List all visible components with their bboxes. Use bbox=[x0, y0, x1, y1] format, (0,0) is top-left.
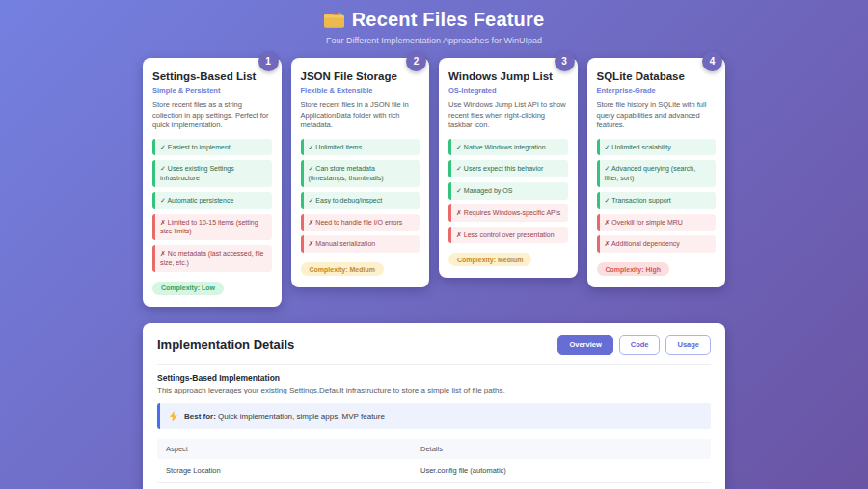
pro-item-label: Transaction support bbox=[611, 197, 671, 204]
con-item: ✗ Requires Windows-specific APIs bbox=[448, 204, 568, 222]
con-item-label: Requires Windows-specific APIs bbox=[464, 209, 560, 216]
card-number-badge: 4 bbox=[702, 51, 722, 71]
card-title: Settings-Based List bbox=[152, 70, 272, 82]
approach-cards-row: 1Settings-Based ListSimple & PersistentS… bbox=[143, 58, 725, 307]
con-item-label: Manual serialization bbox=[315, 240, 375, 247]
tab-overview[interactable]: Overview bbox=[557, 335, 612, 355]
tab-code[interactable]: Code bbox=[619, 335, 661, 355]
pro-item-label: Easy to debug/inspect bbox=[315, 197, 382, 204]
table-head: AspectDetails bbox=[157, 439, 711, 459]
pro-item: ✓ Automatic persistence bbox=[152, 192, 272, 209]
card-description: Store recent files as a string collectio… bbox=[152, 100, 272, 131]
page-subtitle: Four Different Implementation Approaches… bbox=[0, 36, 868, 45]
callout-label: Best for: bbox=[184, 412, 216, 421]
card-title: SQLite Database bbox=[597, 70, 717, 82]
pro-item-label: Can store metadata (timestamps, thumbnai… bbox=[309, 165, 384, 181]
pro-item-label: Uses existing Settings infrastructure bbox=[160, 165, 234, 181]
pro-item-label: Managed by OS bbox=[464, 187, 513, 194]
approach-card-settings-based-list: 1Settings-Based ListSimple & PersistentS… bbox=[143, 58, 282, 307]
lightning-icon bbox=[170, 411, 177, 421]
pro-item: ✓ Uses existing Settings infrastructure bbox=[152, 160, 272, 187]
complexity-badge: Complexity: Medium bbox=[448, 253, 531, 266]
best-for-callout: Best for: Quick implementation, simple a… bbox=[157, 403, 711, 429]
details-table: AspectDetails Storage LocationUser.confi… bbox=[157, 439, 711, 489]
tab-usage[interactable]: Usage bbox=[665, 335, 711, 355]
cross-icon: ✗ bbox=[160, 250, 166, 257]
tab-group: OverviewCodeUsage bbox=[557, 335, 711, 355]
check-icon: ✓ bbox=[160, 144, 166, 150]
pro-item: ✓ Easiest to implement bbox=[152, 139, 272, 156]
card-description: Store file history in SQLite with full q… bbox=[597, 100, 717, 131]
pro-item-label: Users expect this behavior bbox=[464, 165, 543, 172]
pro-item-label: Automatic persistence bbox=[167, 197, 233, 204]
pro-item: ✓ Users expect this behavior bbox=[448, 160, 568, 177]
table-row: Storage LocationUser.config file (automa… bbox=[157, 459, 711, 483]
app-canvas: Recent Files Feature Four Different Impl… bbox=[0, 0, 868, 489]
pro-item: ✓ Managed by OS bbox=[448, 182, 568, 200]
con-item: ✗ Overkill for simple MRU bbox=[597, 214, 717, 231]
con-item-label: Additional dependency bbox=[611, 240, 680, 247]
cross-icon: ✗ bbox=[160, 219, 166, 226]
con-item: ✗ Less control over presentation bbox=[448, 227, 568, 244]
cross-icon: ✗ bbox=[605, 219, 610, 226]
panel-header: Implementation Details OverviewCodeUsage bbox=[157, 335, 711, 365]
pro-item-label: Native Windows integration bbox=[464, 144, 546, 150]
callout-body: Best for: Quick implementation, simple a… bbox=[184, 412, 385, 421]
implementation-details-panel: Implementation Details OverviewCodeUsage… bbox=[143, 323, 725, 489]
cross-icon: ✗ bbox=[456, 231, 462, 238]
con-item: ✗ Limited to 10-15 items (setting size l… bbox=[152, 214, 272, 241]
table-header-row: AspectDetails bbox=[157, 439, 711, 459]
check-icon: ✓ bbox=[456, 187, 462, 194]
details-cell: StringCollection bbox=[412, 482, 711, 489]
card-tagline: Flexible & Extensible bbox=[301, 86, 420, 95]
pro-item: ✓ Native Windows integration bbox=[448, 139, 568, 156]
folder-icon bbox=[324, 12, 344, 28]
card-description: Use Windows Jump List API to show recent… bbox=[448, 100, 568, 131]
con-item: ✗ Manual serialization bbox=[301, 235, 420, 253]
card-title: Windows Jump List bbox=[448, 70, 568, 82]
section-heading: Settings-Based Implementation bbox=[157, 373, 711, 383]
check-icon: ✓ bbox=[605, 197, 610, 204]
pro-item-label: Easiest to implement bbox=[168, 144, 231, 150]
table-header-cell: Aspect bbox=[157, 439, 412, 459]
check-icon: ✓ bbox=[309, 197, 314, 204]
card-description: Store recent files in a JSON file in App… bbox=[301, 100, 420, 131]
check-icon: ✓ bbox=[309, 165, 314, 172]
pro-item: ✓ Transaction support bbox=[597, 192, 717, 209]
complexity-badge: Complexity: High bbox=[597, 262, 670, 276]
approach-card-sqlite-database: 4SQLite DatabaseEnterprise-GradeStore fi… bbox=[587, 58, 726, 287]
pro-item: ✓ Advanced querying (search, filter, sor… bbox=[597, 160, 717, 187]
table-row: Data FormatStringCollection bbox=[157, 482, 711, 489]
cross-icon: ✗ bbox=[456, 209, 462, 216]
con-item-label: Less control over presentation bbox=[464, 231, 555, 238]
cross-icon: ✗ bbox=[605, 240, 610, 247]
details-cell: User.config file (automatic) bbox=[412, 459, 711, 483]
pro-item-label: Unlimited items bbox=[315, 144, 362, 150]
card-tagline: Simple & Persistent bbox=[152, 86, 272, 95]
callout-text: Quick implementation, simple apps, MVP f… bbox=[216, 412, 385, 421]
main-content: 1Settings-Based ListSimple & PersistentS… bbox=[0, 58, 868, 489]
approach-card-json-file-storage: 2JSON File StorageFlexible & ExtensibleS… bbox=[291, 58, 430, 287]
table-body: Storage LocationUser.config file (automa… bbox=[157, 459, 711, 489]
pro-item-label: Advanced querying (search, filter, sort) bbox=[605, 165, 696, 181]
con-item: ✗ Need to handle file I/O errors bbox=[301, 214, 420, 231]
con-item-label: No metadata (last accessed, file size, e… bbox=[160, 250, 263, 266]
card-tagline: OS-Integrated bbox=[448, 86, 568, 95]
complexity-badge: Complexity: Low bbox=[152, 282, 224, 295]
panel-title: Implementation Details bbox=[157, 338, 294, 352]
check-icon: ✓ bbox=[605, 165, 610, 172]
page-title-row: Recent Files Feature bbox=[0, 9, 868, 31]
pro-item: ✓ Easy to debug/inspect bbox=[301, 192, 420, 209]
check-icon: ✓ bbox=[309, 144, 314, 150]
page-title: Recent Files Feature bbox=[352, 9, 545, 31]
approach-card-windows-jump-list: 3Windows Jump ListOS-IntegratedUse Windo… bbox=[439, 58, 578, 278]
con-item: ✗ No metadata (last accessed, file size,… bbox=[152, 245, 272, 272]
card-number-badge: 3 bbox=[555, 51, 575, 71]
pro-item-label: Unlimited scalability bbox=[611, 144, 670, 150]
check-icon: ✓ bbox=[605, 144, 610, 150]
pro-item: ✓ Unlimited scalability bbox=[597, 139, 717, 156]
card-title: JSON File Storage bbox=[301, 70, 420, 82]
card-number-badge: 2 bbox=[406, 51, 426, 71]
check-icon: ✓ bbox=[160, 165, 166, 172]
aspect-cell: Data Format bbox=[157, 482, 412, 489]
